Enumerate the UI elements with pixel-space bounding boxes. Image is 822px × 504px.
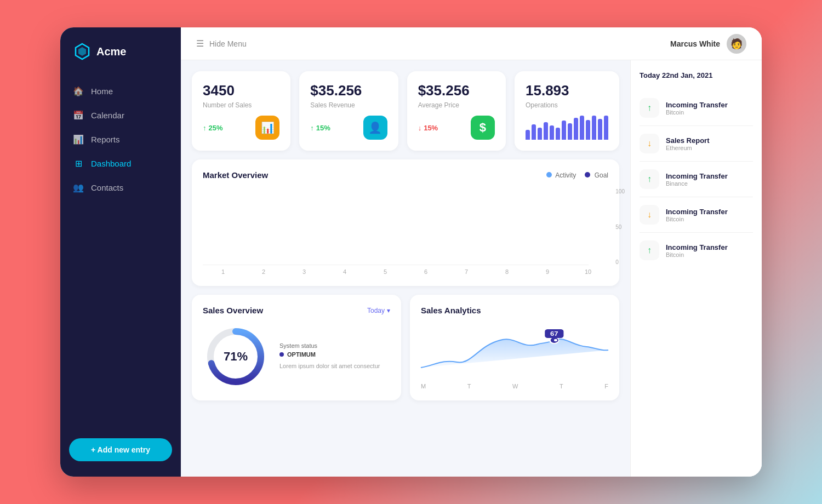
content-left: 3450 Number of Sales ↑ 25% 📊 xyxy=(181,60,630,477)
topbar: ☰ Hide Menu Marcus White 🧑 xyxy=(181,27,762,60)
stat-cards: 3450 Number of Sales ↑ 25% 📊 xyxy=(192,71,619,151)
stat-value-sales: 3450 xyxy=(203,82,279,99)
sidebar-item-label-contacts: Contacts xyxy=(91,183,123,192)
logo-icon xyxy=(73,43,91,60)
goal-dot xyxy=(585,172,590,177)
activity-item: ↑ Incoming Transfer Bitcoin xyxy=(640,90,753,126)
donut-container: 71% System status OPTIMUM Lorem ipsum do… xyxy=(203,324,390,390)
down-arrow-icon: ↓ xyxy=(647,139,652,148)
activity-arrow-box: ↓ xyxy=(640,205,659,225)
reports-icon: 📊 xyxy=(73,134,83,144)
activity-info: Incoming Transfer Bitcoin xyxy=(666,243,728,258)
stat-card-avgprice: $35.256 Average Price ↓ 15% $ xyxy=(407,71,506,151)
stat-icon-sales: 📊 xyxy=(255,116,279,140)
sidebar-item-label-calendar: Calendar xyxy=(91,111,124,120)
stat-icon-avgprice: $ xyxy=(471,116,495,140)
sidebar-item-label-reports: Reports xyxy=(91,135,120,144)
y-axis-labels: 100 50 0 xyxy=(615,188,625,265)
hide-menu-button[interactable]: ☰ Hide Menu xyxy=(196,38,247,49)
legend-goal: Goal xyxy=(585,171,608,179)
sales-overview-header: Sales Overview Today ▾ xyxy=(203,306,390,315)
up-arrow-icon: ↑ xyxy=(647,103,652,113)
sidebar-item-home[interactable]: 🏠 Home xyxy=(60,79,181,103)
mini-bar xyxy=(568,123,572,140)
svg-text:67: 67 xyxy=(550,331,558,337)
activity-list: ↑ Incoming Transfer Bitcoin ↓ Sales Repo… xyxy=(640,90,753,268)
dollar-icon: $ xyxy=(480,121,486,135)
activity-subtitle: Bitcoin xyxy=(666,251,728,258)
down-arrow-icon: ↓ xyxy=(418,124,422,132)
activity-item: ↓ Sales Report Ethereum xyxy=(640,126,753,162)
activity-subtitle: Bitcoin xyxy=(666,109,728,116)
bar-x-label: 2 xyxy=(243,268,284,275)
activity-arrow-box: ↑ xyxy=(640,98,659,118)
person-icon: 👤 xyxy=(368,121,382,134)
activity-title: Incoming Transfer xyxy=(666,208,728,216)
stat-card-operations: 15.893 Operations xyxy=(515,71,619,151)
stat-change-sales: ↑ 25% xyxy=(203,124,223,132)
sales-analytics-header: Sales Analytics xyxy=(421,306,608,315)
analytics-chart: 67 M T W T F xyxy=(421,324,608,379)
activity-subtitle: Binance xyxy=(666,180,728,187)
activity-subtitle: Bitcoin xyxy=(666,216,728,222)
activity-subtitle: Ethereum xyxy=(666,145,709,151)
x-label-f: F xyxy=(604,383,608,390)
mini-bar xyxy=(538,128,542,140)
mini-bar xyxy=(562,121,566,140)
activity-dot xyxy=(546,172,552,177)
bar-x-label: 4 xyxy=(324,268,365,275)
mini-bar xyxy=(526,130,530,140)
mini-bar xyxy=(580,116,584,140)
hide-menu-label: Hide Menu xyxy=(209,39,247,48)
add-entry-button[interactable]: + Add new entry xyxy=(69,438,172,461)
sidebar-item-dashboard[interactable]: ⊞ Dashboard xyxy=(60,151,181,175)
logo: Acme xyxy=(60,27,181,73)
bar-chart-area xyxy=(203,188,589,265)
sidebar-item-contacts[interactable]: 👥 Contacts xyxy=(60,175,181,199)
bar-x-label: 9 xyxy=(527,268,568,275)
x-label-m: M xyxy=(421,383,426,390)
donut-chart: 71% xyxy=(203,324,269,390)
x-label-w: W xyxy=(512,383,518,390)
sidebar-item-calendar[interactable]: 📅 Calendar xyxy=(60,103,181,127)
hamburger-icon: ☰ xyxy=(196,38,204,49)
sidebar-item-reports[interactable]: 📊 Reports xyxy=(60,127,181,151)
right-panel: Today 22nd Jan, 2021 ↑ Incoming Transfer… xyxy=(630,60,762,477)
stat-label-operations: Operations xyxy=(526,101,608,109)
bar-x-label: 5 xyxy=(365,268,406,275)
stat-value-revenue: $35.256 xyxy=(310,82,387,99)
up-arrow-icon: ↑ xyxy=(310,124,314,132)
mini-bar xyxy=(574,118,578,140)
dashboard-icon: ⊞ xyxy=(73,158,83,168)
sales-overview-card: Sales Overview Today ▾ xyxy=(192,295,401,400)
up-arrow-icon: ↑ xyxy=(647,245,652,255)
status-description: Lorem ipsum dolor sit amet consectur xyxy=(279,362,380,370)
logo-text: Acme xyxy=(96,45,126,58)
bar-x-label: 6 xyxy=(406,268,446,275)
mini-bar xyxy=(532,124,536,140)
svg-marker-1 xyxy=(78,47,86,56)
up-arrow-icon: ↑ xyxy=(203,124,207,132)
donut-percentage: 71% xyxy=(224,350,248,364)
activity-title: Sales Report xyxy=(666,136,709,145)
bottom-panels: Sales Overview Today ▾ xyxy=(192,295,619,409)
x-label-t2: T xyxy=(560,383,563,390)
mini-bar xyxy=(592,116,596,140)
stat-footer-avgprice: ↓ 15% $ xyxy=(418,116,495,140)
stat-icon-revenue: 👤 xyxy=(363,116,387,140)
x-label-t1: T xyxy=(467,383,471,390)
activity-title: Incoming Transfer xyxy=(666,101,728,109)
market-overview-title: Market Overview xyxy=(203,170,268,180)
today-dropdown[interactable]: Today ▾ xyxy=(367,307,390,314)
content-area: 3450 Number of Sales ↑ 25% 📊 xyxy=(181,60,762,477)
stat-footer-revenue: ↑ 15% 👤 xyxy=(310,116,387,140)
sales-analytics-title: Sales Analytics xyxy=(421,306,481,315)
stat-label-sales: Number of Sales xyxy=(203,101,279,109)
activity-item: ↑ Incoming Transfer Binance xyxy=(640,162,753,197)
contacts-icon: 👥 xyxy=(73,182,83,192)
sidebar-item-label-home: Home xyxy=(91,87,113,96)
legend-activity: Activity xyxy=(546,171,576,179)
sidebar-nav: 🏠 Home📅 Calendar📊 Reports⊞ Dashboard👥 Co… xyxy=(60,73,181,427)
stat-change-avgprice: ↓ 15% xyxy=(418,124,438,132)
up-arrow-icon: ↑ xyxy=(647,174,652,184)
